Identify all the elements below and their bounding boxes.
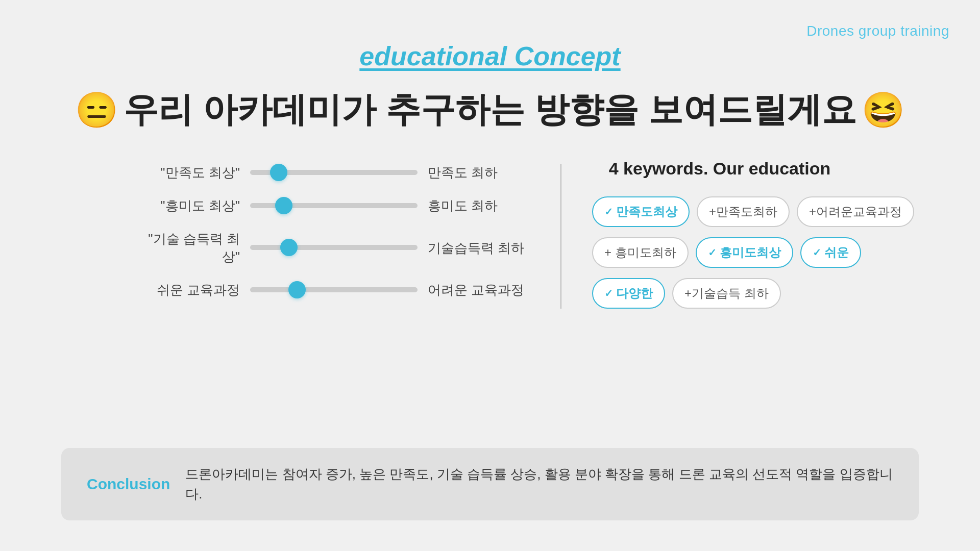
slider-2-label-left: "흥미도 최상" bbox=[133, 197, 240, 215]
keywords-title: 4 keywords. Our education bbox=[592, 159, 847, 179]
slider-row-2: "흥미도 최상" 흥미도 최하 bbox=[133, 197, 530, 215]
subtitle: 😑 우리 아카데미가 추구하는 방향을 보여드릴게요 😆 bbox=[75, 87, 905, 133]
slider-2-track-container[interactable] bbox=[250, 203, 418, 209]
chip-label-다양한: 다양한 bbox=[616, 285, 653, 302]
chip-label-만족도최하: +만족도최하 bbox=[709, 204, 777, 220]
slider-2-label-right: 흥미도 최하 bbox=[428, 197, 530, 215]
chip-label-기술습득최하: +기술습득 최하 bbox=[684, 285, 769, 302]
chip-다양한[interactable]: ✓ 다양한 bbox=[592, 278, 665, 309]
content-area: "만족도 최상" 만족도 최하 "흥미도 최상" 흥미도 최하 bbox=[133, 159, 847, 309]
emoji-right: 😆 bbox=[862, 90, 905, 131]
chip-label-어려운교육과정: +어려운교육과정 bbox=[809, 204, 902, 220]
conclusion-box: Conclusion 드론아카데미는 참여자 증가, 높은 만족도, 기술 습득… bbox=[61, 448, 919, 520]
chip-쉬운[interactable]: ✓ 쉬운 bbox=[800, 237, 861, 268]
check-icon-1: ✓ bbox=[604, 206, 613, 218]
slider-row-3: "기술 습득력 최상" 기술습득력 최하 bbox=[133, 230, 530, 266]
conclusion-text: 드론아카데미는 참여자 증가, 높은 만족도, 기술 습득률 상승, 활용 분야… bbox=[185, 464, 893, 504]
keywords-row-2: + 흥미도최하 ✓ 흥미도최상 ✓ 쉬운 bbox=[592, 237, 847, 268]
slider-1-thumb[interactable] bbox=[270, 164, 287, 181]
slider-1-label-right: 만족도 최하 bbox=[428, 164, 530, 182]
slider-2-thumb[interactable] bbox=[275, 197, 292, 214]
slider-3-label-left: "기술 습득력 최상" bbox=[133, 230, 240, 266]
slider-3-track bbox=[250, 245, 418, 250]
main-container: educational Concept 😑 우리 아카데미가 추구하는 방향을 … bbox=[0, 41, 980, 309]
slider-row-1: "만족도 최상" 만족도 최하 bbox=[133, 164, 530, 182]
keywords-row-3: ✓ 다양한 +기술습득 최하 bbox=[592, 278, 847, 309]
chip-어려운교육과정[interactable]: +어려운교육과정 bbox=[797, 196, 914, 227]
slider-3-label-right: 기술습득력 최하 bbox=[428, 239, 530, 257]
edu-concept-title: educational Concept bbox=[359, 41, 620, 71]
section-divider bbox=[560, 164, 561, 309]
slider-4-track-container[interactable] bbox=[250, 287, 418, 293]
slider-4-thumb[interactable] bbox=[288, 281, 306, 298]
top-right-label: Drones group training bbox=[806, 23, 949, 39]
conclusion-label: Conclusion bbox=[87, 475, 170, 493]
slider-1-track bbox=[250, 170, 418, 175]
slider-3-thumb[interactable] bbox=[280, 239, 298, 256]
chip-만족도최상[interactable]: ✓ 만족도최상 bbox=[592, 196, 690, 227]
check-icon-4: ✓ bbox=[604, 287, 613, 299]
slider-4-track bbox=[250, 287, 418, 292]
sliders-section: "만족도 최상" 만족도 최하 "흥미도 최상" 흥미도 최하 bbox=[133, 159, 530, 299]
chip-흥미도최하[interactable]: + 흥미도최하 bbox=[592, 237, 689, 268]
chip-만족도최하[interactable]: +만족도최하 bbox=[697, 196, 790, 227]
keywords-section: 4 keywords. Our education ✓ 만족도최상 +만족도최하… bbox=[592, 159, 847, 309]
slider-1-track-container[interactable] bbox=[250, 170, 418, 176]
chip-흥미도최상[interactable]: ✓ 흥미도최상 bbox=[696, 237, 793, 268]
subtitle-text: 우리 아카데미가 추구하는 방향을 보여드릴게요 bbox=[124, 87, 856, 133]
chip-기술습득최하[interactable]: +기술습득 최하 bbox=[672, 278, 781, 309]
slider-2-track bbox=[250, 203, 418, 208]
keywords-row-1: ✓ 만족도최상 +만족도최하 +어려운교육과정 bbox=[592, 196, 847, 227]
check-icon-3: ✓ bbox=[813, 246, 821, 259]
chip-label-쉬운: 쉬운 bbox=[824, 244, 849, 261]
emoji-left: 😑 bbox=[75, 90, 118, 131]
check-icon-2: ✓ bbox=[708, 246, 717, 259]
slider-1-label-left: "만족도 최상" bbox=[133, 164, 240, 182]
slider-4-label-right: 어려운 교육과정 bbox=[428, 281, 530, 299]
chip-label-흥미도최하: + 흥미도최하 bbox=[604, 244, 676, 261]
slider-4-label-left: 쉬운 교육과정 bbox=[133, 281, 240, 299]
chip-label-흥미도최상: 흥미도최상 bbox=[720, 244, 781, 261]
slider-row-4: 쉬운 교육과정 어려운 교육과정 bbox=[133, 281, 530, 299]
chip-label-만족도최상: 만족도최상 bbox=[616, 204, 677, 220]
slider-3-track-container[interactable] bbox=[250, 245, 418, 251]
